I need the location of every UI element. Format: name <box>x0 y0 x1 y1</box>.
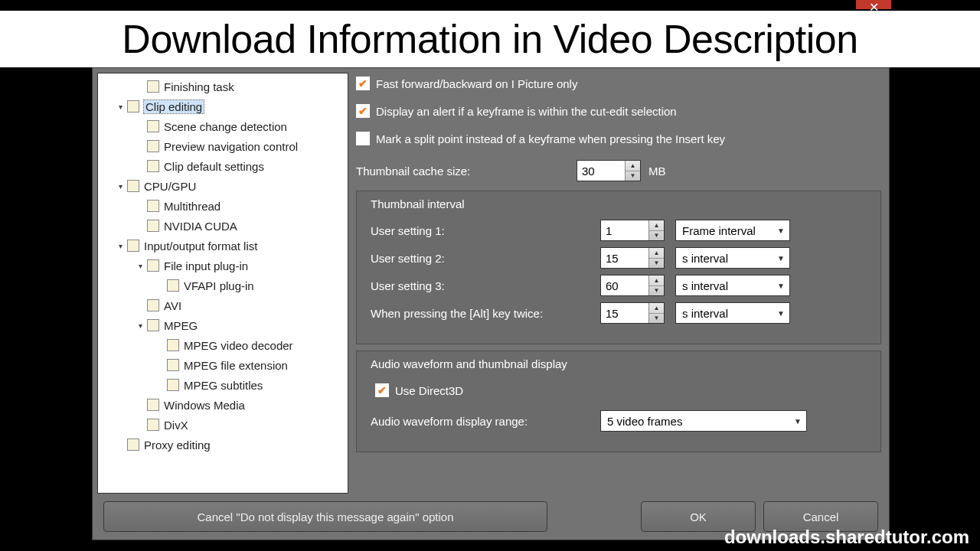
tree-item-divx[interactable]: DivX <box>98 415 348 435</box>
tree-label: MPEG file extension <box>184 359 288 372</box>
alt-twice-unit-combo[interactable]: s interval ▼ <box>675 302 790 324</box>
checkbox-use-direct3d[interactable]: Use Direct3D <box>375 380 867 401</box>
tree-item-io-format[interactable]: ▾ Input/output format list <box>98 236 348 256</box>
user-setting-2-unit-combo[interactable]: s interval ▼ <box>675 247 790 269</box>
user-setting-3-unit-combo[interactable]: s interval ▼ <box>675 275 790 296</box>
checkbox-keyframe-alert[interactable]: Display an alert if a keyframe is within… <box>356 100 881 122</box>
combo-value: s interval <box>682 252 728 265</box>
combo-value: s interval <box>682 279 728 292</box>
settings-panel: Fast forward/backward on I Picture only … <box>356 73 884 494</box>
preferences-tree[interactable]: Finishing task ▾ Clip editing Scene chan… <box>97 73 348 494</box>
tree-collapse-icon[interactable]: ▾ <box>115 101 126 112</box>
user-setting-3-label: User setting 3: <box>371 279 600 292</box>
tree-item-cpu-gpu[interactable]: ▾ CPU/GPU <box>98 176 348 196</box>
tree-collapse-icon[interactable]: ▾ <box>135 260 145 271</box>
user-setting-3-input[interactable] <box>601 276 648 295</box>
tree-item-scene-change[interactable]: Scene change detection <box>98 116 348 136</box>
tree-item-mpeg-subs[interactable]: MPEG subtitles <box>98 375 348 395</box>
tree-label: NVIDIA CUDA <box>164 220 237 233</box>
tree-item-cuda[interactable]: NVIDIA CUDA <box>98 216 348 236</box>
checkbox-label: Fast forward/backward on I Picture only <box>376 77 577 90</box>
checkbox-split-point[interactable]: Mark a split point instead of a keyframe… <box>356 128 881 149</box>
tree-item-clip-editing[interactable]: ▾ Clip editing <box>98 96 348 116</box>
checkbox-icon <box>356 132 370 145</box>
watermark-text: downloads.sharedtutor.com <box>724 527 969 548</box>
user-setting-1-unit-combo[interactable]: Frame interval ▼ <box>675 220 790 241</box>
tree-twisty-icon <box>135 81 145 92</box>
arrow-icon <box>147 140 159 152</box>
page-icon <box>147 220 159 232</box>
tree-item-vfapi[interactable]: VFAPI plug-in <box>98 276 348 295</box>
combo-value: 5 video frames <box>607 415 682 428</box>
tree-collapse-icon[interactable]: ▾ <box>135 320 145 331</box>
tree-label: MPEG <box>164 319 198 332</box>
audio-waveform-group: Audio waveform and thumbnail display Use… <box>356 350 881 452</box>
chevron-down-icon: ▼ <box>777 309 785 318</box>
chevron-down-icon: ▼ <box>777 254 785 262</box>
checkbox-fast-forward[interactable]: Fast forward/backward on I Picture only <box>356 73 881 94</box>
spinner-down-icon[interactable]: ▼ <box>626 171 640 181</box>
cache-size-label: Thumbnail cache size: <box>356 165 569 178</box>
tree-item-mpeg-ext[interactable]: MPEG file extension <box>98 355 348 375</box>
spinner-down-icon[interactable]: ▼ <box>649 314 664 324</box>
tree-label: MPEG video decoder <box>184 339 293 352</box>
format-icon <box>147 419 159 431</box>
spinner-up-icon[interactable]: ▲ <box>649 248 664 259</box>
tree-item-wmv[interactable]: Windows Media <box>98 395 348 415</box>
page-icon <box>127 240 139 252</box>
overlay-banner: Download Information in Video Descriptio… <box>0 11 980 67</box>
tree-label: Finishing task <box>164 80 234 93</box>
cache-size-input[interactable] <box>577 161 625 181</box>
spinner-down-icon[interactable]: ▼ <box>649 231 664 241</box>
tree-item-preview-nav[interactable]: Preview navigation control <box>98 136 348 156</box>
tree-label: Input/output format list <box>144 240 257 253</box>
button-label: Cancel <box>803 510 839 523</box>
cache-size-spinner[interactable]: ▲▼ <box>577 160 641 181</box>
spinner-up-icon[interactable]: ▲ <box>649 276 664 286</box>
tree-item-clip-defaults[interactable]: Clip default settings <box>98 156 348 176</box>
page-icon <box>167 359 179 371</box>
tree-label: MPEG subtitles <box>184 379 263 392</box>
user-setting-2-input[interactable] <box>601 248 648 268</box>
plugin-icon <box>147 259 159 272</box>
checkbox-icon <box>356 77 370 90</box>
tree-collapse-icon[interactable]: ▾ <box>115 181 126 191</box>
user-setting-1-input[interactable] <box>601 220 648 240</box>
tree-item-file-input[interactable]: ▾ File input plug-in <box>98 256 348 276</box>
plugin-icon <box>167 279 179 292</box>
tree-collapse-icon[interactable]: ▾ <box>115 240 126 251</box>
cancel-message-option-button[interactable]: Cancel "Do not display this message agai… <box>103 501 547 532</box>
tree-item-multithread[interactable]: Multithread <box>98 196 348 216</box>
chevron-down-icon: ▼ <box>777 282 785 290</box>
user-setting-1-spinner[interactable]: ▲▼ <box>600 220 665 241</box>
checkbox-label: Mark a split point instead of a keyframe… <box>376 132 725 145</box>
tree-label: Proxy editing <box>144 439 211 452</box>
window-close-button[interactable]: ✕ <box>856 0 891 9</box>
user-setting-2-spinner[interactable]: ▲▼ <box>600 247 665 269</box>
checkbox-label: Use Direct3D <box>395 384 463 397</box>
group-title: Thumbnail interval <box>371 197 867 210</box>
spinner-down-icon[interactable]: ▼ <box>649 259 664 269</box>
tree-item-mpeg-decoder[interactable]: MPEG video decoder <box>98 335 348 355</box>
spinner-down-icon[interactable]: ▼ <box>649 286 664 296</box>
spinner-up-icon[interactable]: ▲ <box>626 161 640 171</box>
format-icon <box>147 319 159 331</box>
audio-range-combo[interactable]: 5 video frames ▼ <box>600 410 807 432</box>
tree-item-avi[interactable]: AVI <box>98 295 348 315</box>
tree-item-mpeg[interactable]: ▾ MPEG <box>98 315 348 335</box>
tree-item-proxy[interactable]: Proxy editing <box>98 435 348 455</box>
tree-item-finishing-task[interactable]: Finishing task <box>98 77 348 96</box>
spinner-up-icon[interactable]: ▲ <box>649 220 664 231</box>
tree-label: Scene change detection <box>164 120 287 133</box>
tree-label: VFAPI plug-in <box>184 279 254 292</box>
combo-value: s interval <box>682 307 728 320</box>
alt-twice-spinner[interactable]: ▲▼ <box>600 302 665 324</box>
format-icon <box>147 399 159 411</box>
page-icon <box>127 180 139 192</box>
user-setting-3-spinner[interactable]: ▲▼ <box>600 275 665 296</box>
alt-twice-input[interactable] <box>601 303 648 323</box>
checkbox-icon <box>356 104 370 118</box>
tree-label: CPU/GPU <box>144 180 196 193</box>
preferences-dialog: Finishing task ▾ Clip editing Scene chan… <box>92 67 890 540</box>
spinner-up-icon[interactable]: ▲ <box>649 303 664 314</box>
